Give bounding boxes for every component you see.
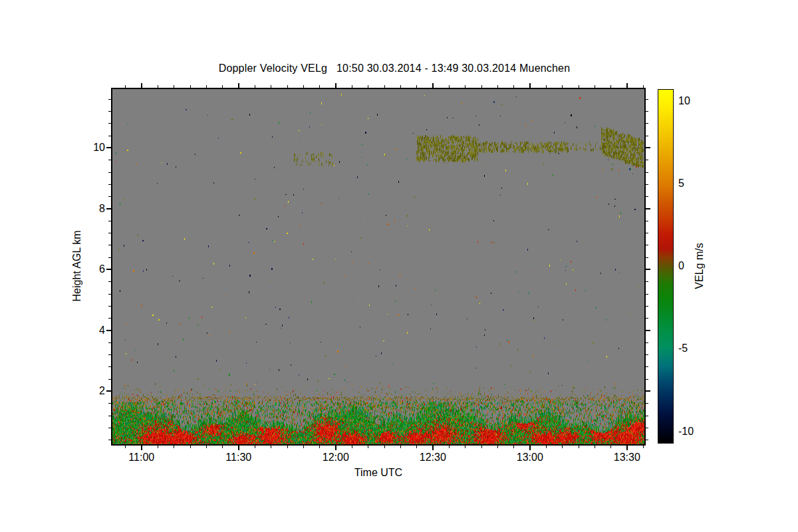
x-minor-tick [416, 85, 417, 88]
x-major-tick [626, 446, 628, 450]
y-minor-tick [108, 342, 111, 343]
x-major-tick [335, 83, 336, 88]
y-minor-tick [646, 366, 648, 367]
x-minor-tick [449, 85, 450, 88]
x-minor-tick [562, 85, 563, 88]
y-minor-tick [646, 428, 648, 428]
x-minor-tick [610, 85, 611, 88]
x-tick-label: 13:00 [507, 452, 553, 464]
x-major-tick [335, 446, 336, 450]
y-minor-tick [108, 233, 111, 233]
y-major-tick [106, 269, 111, 270]
x-minor-tick [255, 85, 255, 88]
x-minor-tick [546, 85, 547, 88]
x-minor-tick [190, 446, 191, 448]
y-minor-tick [108, 99, 111, 100]
x-minor-tick [319, 446, 320, 448]
x-major-tick [432, 83, 434, 88]
x-minor-tick [125, 85, 126, 88]
colorbar-tick-label: 10 [678, 95, 709, 107]
colorbar-gradient [658, 89, 674, 444]
x-minor-tick [206, 85, 207, 88]
x-minor-tick [287, 446, 288, 448]
x-minor-tick [610, 446, 611, 448]
y-minor-tick [108, 294, 111, 295]
y-minor-tick [108, 318, 111, 319]
y-minor-tick [646, 184, 648, 185]
x-minor-tick [497, 446, 498, 448]
y-minor-tick [108, 111, 111, 112]
y-minor-tick [646, 196, 648, 197]
x-minor-tick [352, 85, 352, 88]
x-minor-tick [384, 446, 385, 448]
y-minor-tick [646, 245, 648, 245]
y-minor-tick [108, 136, 111, 136]
y-minor-tick [108, 428, 111, 428]
y-minor-tick [646, 221, 648, 221]
x-minor-tick [416, 446, 417, 448]
y-minor-tick [646, 172, 648, 173]
x-major-tick [432, 446, 434, 450]
y-minor-tick [646, 342, 648, 343]
y-major-tick [646, 269, 650, 270]
x-minor-tick [481, 446, 482, 448]
x-tick-label: 11:30 [215, 452, 262, 464]
x-minor-tick [158, 446, 158, 448]
y-minor-tick [108, 184, 111, 185]
y-minor-tick [646, 354, 648, 355]
x-minor-tick [125, 446, 126, 448]
x-minor-tick [271, 85, 271, 88]
x-major-tick [626, 83, 628, 88]
x-major-tick [141, 446, 142, 450]
x-minor-tick [400, 446, 401, 448]
y-minor-tick [646, 99, 648, 100]
y-major-tick [106, 147, 111, 148]
x-minor-tick [303, 85, 304, 88]
x-minor-tick [206, 446, 207, 448]
x-minor-tick [255, 446, 255, 448]
y-minor-tick [646, 379, 648, 380]
y-tick-label: 10 [77, 142, 105, 154]
doppler-velocity-plot-page: { "title": "Doppler Velocity VELg 10:50 … [0, 0, 798, 532]
x-minor-tick [222, 446, 223, 448]
x-minor-tick [384, 85, 385, 88]
x-minor-tick [579, 85, 579, 88]
x-minor-tick [643, 446, 644, 448]
y-minor-tick [646, 123, 648, 124]
x-minor-tick [271, 446, 271, 448]
x-minor-tick [465, 446, 466, 448]
y-minor-tick [108, 281, 111, 282]
x-minor-tick [352, 446, 352, 448]
x-axis-title: Time UTC [338, 467, 418, 479]
y-minor-tick [646, 318, 648, 319]
x-minor-tick [465, 85, 466, 88]
y-minor-tick [646, 111, 648, 112]
y-minor-tick [108, 306, 111, 307]
y-minor-tick [646, 257, 648, 258]
x-minor-tick [190, 85, 191, 88]
y-minor-tick [646, 306, 648, 307]
x-minor-tick [174, 446, 174, 448]
colorbar-title: VELg m/s [694, 166, 707, 366]
chart-title: Doppler Velocity VELg 10:50 30.03.2014 -… [112, 63, 676, 74]
y-major-tick [106, 208, 111, 209]
x-minor-tick [643, 85, 644, 88]
y-minor-tick [108, 221, 111, 221]
x-minor-tick [546, 446, 547, 448]
y-major-tick [106, 330, 111, 331]
x-major-tick [529, 83, 531, 88]
x-minor-tick [287, 85, 288, 88]
y-axis-title: Height AGL km [71, 166, 84, 366]
x-minor-tick [513, 85, 514, 88]
y-minor-tick [108, 160, 111, 160]
y-major-tick [106, 390, 111, 392]
x-major-tick [238, 446, 239, 450]
x-minor-tick [513, 446, 514, 448]
y-minor-tick [108, 245, 111, 245]
x-minor-tick [481, 85, 482, 88]
y-minor-tick [646, 440, 648, 440]
x-minor-tick [400, 85, 401, 88]
y-minor-tick [108, 257, 111, 258]
x-minor-tick [497, 85, 498, 88]
y-minor-tick [646, 281, 648, 282]
